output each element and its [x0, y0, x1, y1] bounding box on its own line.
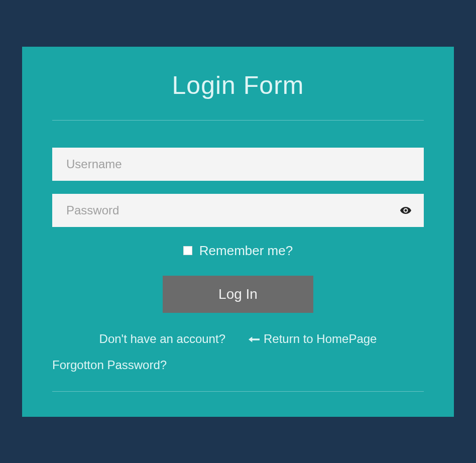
signup-link[interactable]: Don't have an account?: [99, 332, 225, 346]
divider-top: [52, 120, 424, 121]
login-card: Login Form Remember me? Log In Don't hav…: [22, 47, 454, 417]
forgot-password-link-text: Forgotton Password?: [52, 358, 167, 372]
return-home-link[interactable]: Return to HomePage: [249, 332, 377, 346]
divider-bottom: [52, 391, 424, 392]
username-input[interactable]: [52, 148, 424, 181]
forgot-row: Forgotton Password?: [52, 358, 424, 372]
show-password-icon[interactable]: [400, 204, 412, 216]
password-field-wrap: [52, 194, 424, 227]
remember-row: Remember me?: [52, 243, 424, 259]
return-home-link-text: Return to HomePage: [264, 332, 377, 346]
login-button[interactable]: Log In: [163, 276, 313, 313]
signup-link-text: Don't have an account?: [99, 332, 225, 346]
links-row: Don't have an account? Return to HomePag…: [52, 332, 424, 346]
form-title: Login Form: [52, 71, 424, 100]
arrow-left-icon: [249, 332, 260, 346]
password-input[interactable]: [52, 194, 424, 227]
remember-label[interactable]: Remember me?: [199, 243, 293, 259]
remember-checkbox[interactable]: [183, 246, 192, 255]
forgot-password-link[interactable]: Forgotton Password?: [52, 358, 424, 372]
